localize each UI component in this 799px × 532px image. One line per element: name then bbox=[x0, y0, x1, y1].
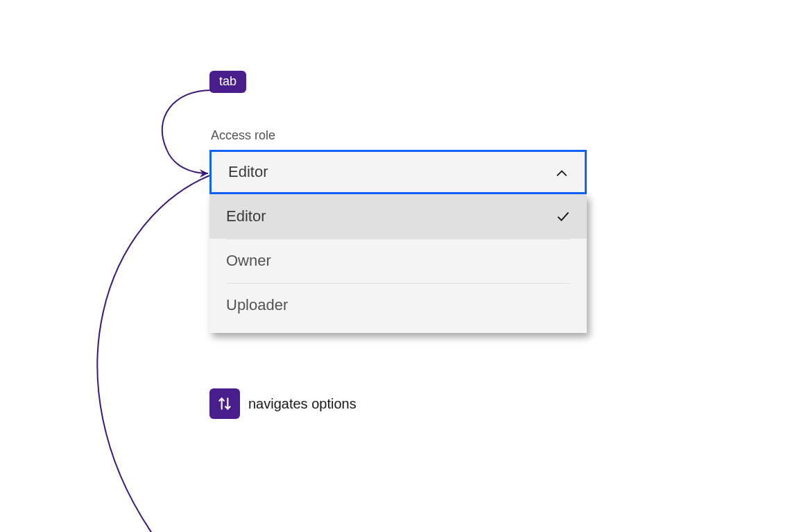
keyboard-hint-text: navigates options bbox=[248, 396, 356, 412]
arrow-keys-badge bbox=[209, 388, 240, 419]
checkmark-icon bbox=[556, 209, 570, 223]
option-label: Editor bbox=[226, 207, 266, 225]
access-role-combobox: Access role Editor Editor Owner Uploader bbox=[209, 128, 587, 333]
combobox-button[interactable]: Editor bbox=[209, 150, 587, 194]
option-label: Uploader bbox=[226, 296, 288, 314]
option-owner[interactable]: Owner bbox=[209, 239, 587, 283]
annotation-loop-curve bbox=[76, 173, 229, 532]
option-uploader[interactable]: Uploader bbox=[209, 283, 587, 327]
option-label: Owner bbox=[226, 252, 271, 270]
combobox-selected-value: Editor bbox=[228, 163, 268, 181]
chevron-up-icon bbox=[556, 166, 568, 178]
tab-key-badge: tab bbox=[209, 71, 246, 93]
keyboard-hint: navigates options bbox=[209, 388, 356, 419]
combobox-listbox: Editor Owner Uploader bbox=[209, 194, 587, 333]
option-editor[interactable]: Editor bbox=[209, 194, 587, 239]
annotation-arrow bbox=[69, 83, 222, 194]
combobox-label: Access role bbox=[211, 128, 587, 143]
